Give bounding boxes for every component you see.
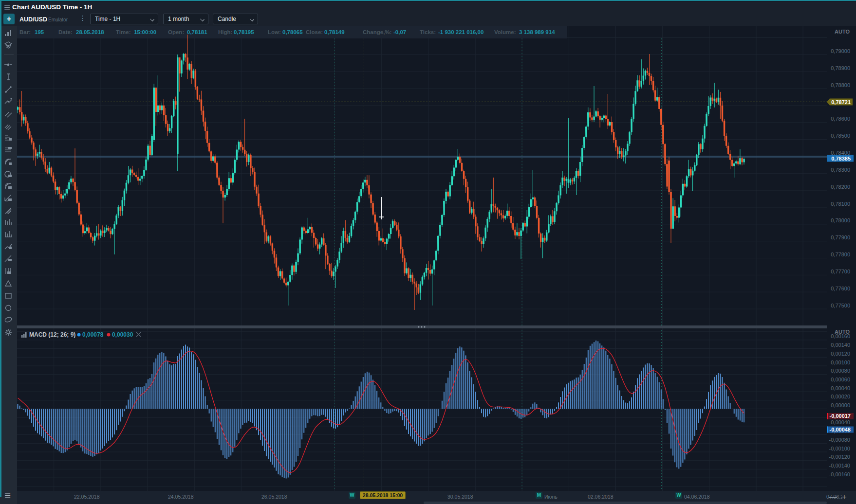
svg-text:0,77500: 0,77500 [831, 303, 850, 308]
svg-text:-1 930 221 016,00: -1 930 221 016,00 [438, 29, 484, 35]
svg-text:Change,%:: Change,%: [363, 29, 391, 35]
svg-text:Bar:: Bar: [19, 29, 31, 35]
svg-text:3 138 989 914: 3 138 989 914 [519, 29, 555, 35]
svg-text:0,78600: 0,78600 [831, 116, 850, 122]
svg-text:-0,00040: -0,00040 [829, 419, 850, 425]
svg-text:-0,00100: -0,00100 [829, 446, 850, 451]
svg-text:0,00140: 0,00140 [831, 342, 850, 348]
svg-text:0,77700: 0,77700 [831, 269, 850, 274]
svg-text:0,78065: 0,78065 [282, 29, 303, 35]
svg-text:Time:: Time: [116, 29, 130, 35]
svg-text:28.05.2018: 28.05.2018 [76, 29, 104, 35]
svg-text:-0,00017: -0,00017 [830, 413, 851, 419]
svg-text:0,78181: 0,78181 [187, 29, 207, 35]
svg-text:0,77800: 0,77800 [831, 252, 850, 257]
svg-text:-0,00160: -0,00160 [829, 471, 850, 477]
svg-text:-0,00140: -0,00140 [829, 463, 850, 468]
svg-text:-0,00048: -0,00048 [830, 427, 851, 432]
svg-text:0,77600: 0,77600 [831, 286, 850, 291]
svg-text:0,00120: 0,00120 [831, 351, 850, 357]
svg-text:0,78149: 0,78149 [324, 29, 345, 35]
svg-text:Open:: Open: [168, 29, 184, 35]
svg-text:0,78400: 0,78400 [831, 150, 850, 156]
svg-text:Low:: Low: [268, 29, 281, 35]
svg-text:-0,07: -0,07 [393, 29, 406, 35]
svg-text:0,00100: 0,00100 [831, 360, 850, 365]
svg-text:0,78721: 0,78721 [831, 99, 851, 105]
svg-text:0,77900: 0,77900 [831, 234, 850, 240]
svg-text:195: 195 [35, 29, 44, 35]
svg-text:0,00000: 0,00000 [831, 402, 850, 408]
svg-text:-0,00120: -0,00120 [829, 454, 850, 460]
svg-text:0,78100: 0,78100 [831, 201, 850, 207]
svg-text:0,78900: 0,78900 [831, 65, 850, 71]
svg-text:0,00040: 0,00040 [831, 385, 850, 391]
svg-text:0,79000: 0,79000 [831, 48, 850, 54]
svg-text:MACD (12; 26; 9): MACD (12; 26; 9) [29, 331, 75, 338]
svg-text:0,00060: 0,00060 [831, 377, 850, 382]
svg-text:Ticks:: Ticks: [420, 29, 436, 35]
svg-text:0,78000: 0,78000 [831, 217, 850, 223]
svg-text:0,78200: 0,78200 [831, 184, 850, 190]
svg-text:0,78500: 0,78500 [831, 133, 850, 139]
svg-text:AUTO: AUTO [835, 29, 850, 35]
svg-text:Volume:: Volume: [494, 29, 516, 35]
svg-text:0,00160: 0,00160 [831, 333, 850, 339]
svg-text:0,00078: 0,00078 [82, 331, 104, 338]
svg-text:Close:: Close: [306, 29, 323, 35]
svg-text:0,78385: 0,78385 [831, 156, 851, 162]
svg-text:15:00:00: 15:00:00 [134, 29, 156, 35]
svg-text:0,00080: 0,00080 [831, 368, 850, 374]
svg-text:Date:: Date: [58, 29, 73, 35]
svg-text:0,78800: 0,78800 [831, 82, 850, 88]
svg-text:0,00020: 0,00020 [831, 394, 850, 399]
svg-text:0,00030: 0,00030 [112, 331, 133, 338]
svg-text:High:: High: [218, 29, 232, 35]
svg-text:0,78195: 0,78195 [234, 29, 254, 35]
svg-text:0,78300: 0,78300 [831, 167, 850, 173]
svg-text:-0,00080: -0,00080 [829, 437, 850, 443]
